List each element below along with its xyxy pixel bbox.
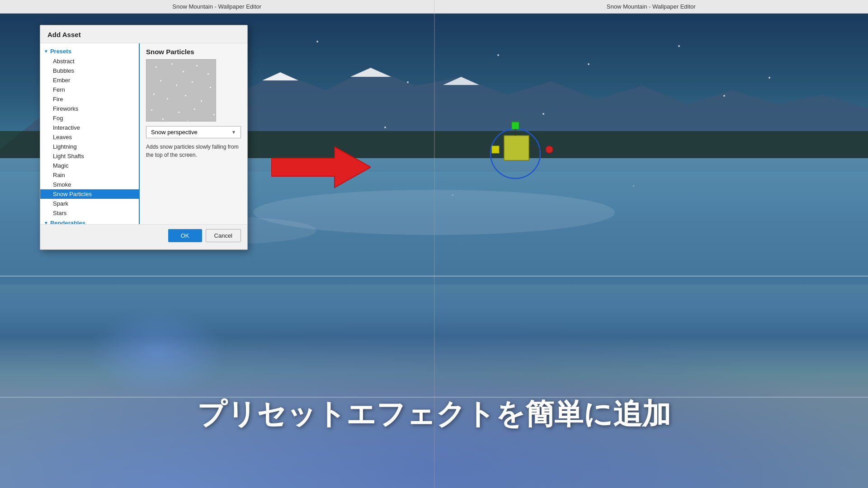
category-presets[interactable]: ▼ Presets [40, 46, 139, 56]
transform-svg [479, 113, 561, 194]
preview-title: Snow Particles [146, 48, 241, 56]
perspective-dropdown[interactable]: Snow perspective ▼ [146, 126, 241, 138]
item-leaves[interactable]: Leaves [40, 132, 139, 142]
dropdown-value: Snow perspective [151, 129, 198, 136]
svg-rect-12 [504, 136, 529, 160]
preview-description: Adds snow particles slowly falling from … [146, 143, 241, 159]
preview-image [146, 59, 216, 122]
separator-line-top [0, 276, 868, 277]
top-bar-left: Snow Mountain - Wallpaper Editor [0, 3, 434, 10]
item-ember[interactable]: Ember [40, 75, 139, 85]
svg-line-17 [529, 148, 546, 150]
screen: Snow Mountain - Wallpaper Editor Snow Mo… [0, 0, 868, 488]
item-spark[interactable]: Spark [40, 199, 139, 208]
item-fire[interactable]: Fire [40, 94, 139, 104]
dialog-body: ▼ Presets Abstract Bubbles Ember Fern Fi… [40, 43, 247, 224]
dialog-buttons: OK Cancel [40, 224, 247, 245]
ok-button[interactable]: OK [168, 229, 202, 242]
transform-widget [479, 113, 561, 196]
title-left: Snow Mountain - Wallpaper Editor [172, 3, 261, 10]
red-arrow [271, 145, 371, 192]
svg-marker-10 [271, 147, 371, 188]
dialog-title: Add Asset [40, 25, 247, 43]
arrow-svg [271, 145, 371, 190]
svg-rect-13 [512, 122, 519, 129]
item-magic[interactable]: Magic [40, 161, 139, 170]
item-light-shafts[interactable]: Light Shafts [40, 151, 139, 161]
item-abstract[interactable]: Abstract [40, 56, 139, 66]
item-rain[interactable]: Rain [40, 170, 139, 180]
japanese-subtitle: プリセットエフェクトを簡単に追加 [0, 394, 868, 434]
svg-rect-14 [492, 146, 499, 153]
item-fern[interactable]: Fern [40, 85, 139, 94]
item-stars[interactable]: Stars [40, 208, 139, 218]
item-snow-particles[interactable]: Snow Particles [40, 189, 139, 199]
renderables-arrow: ▼ [44, 221, 48, 224]
renderables-label: Renderables [50, 220, 85, 224]
item-fireworks[interactable]: Fireworks [40, 104, 139, 113]
top-bar: Snow Mountain - Wallpaper Editor Snow Mo… [0, 0, 868, 14]
item-fog[interactable]: Fog [40, 113, 139, 123]
item-interactive[interactable]: Interactive [40, 123, 139, 132]
dropdown-row: Snow perspective ▼ [146, 126, 241, 138]
dropdown-caret: ▼ [231, 130, 236, 135]
presets-label: Presets [50, 48, 71, 55]
svg-point-15 [546, 146, 553, 153]
add-asset-dialog: Add Asset ▼ Presets Abstract Bubbles Emb… [40, 25, 248, 250]
item-bubbles[interactable]: Bubbles [40, 66, 139, 75]
top-bar-right: Snow Mountain - Wallpaper Editor [434, 3, 868, 10]
cancel-button[interactable]: Cancel [206, 229, 241, 242]
presets-arrow: ▼ [44, 49, 48, 54]
title-right: Snow Mountain - Wallpaper Editor [607, 3, 696, 10]
item-lightning[interactable]: Lightning [40, 142, 139, 151]
tree-panel[interactable]: ▼ Presets Abstract Bubbles Ember Fern Fi… [40, 43, 140, 224]
item-smoke[interactable]: Smoke [40, 180, 139, 189]
category-renderables[interactable]: ▼ Renderables [40, 218, 139, 224]
preview-panel: Snow Particles [140, 43, 247, 224]
